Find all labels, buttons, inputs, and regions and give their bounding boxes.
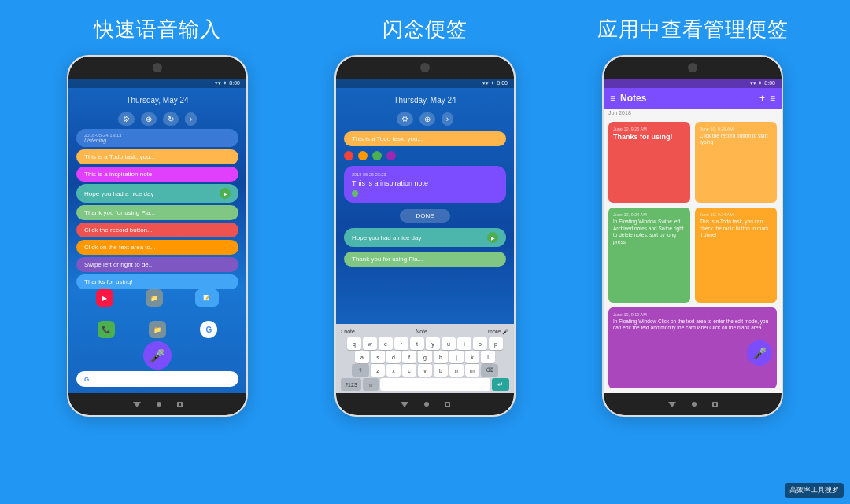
key-p[interactable]: p — [489, 337, 503, 350]
key-l[interactable]: l — [481, 351, 495, 363]
note-card-2[interactable]: June 10, 9:26 AM Click the record button… — [695, 122, 777, 203]
add-note-icon[interactable]: + — [759, 93, 765, 104]
notes-toolbar: ≡ Notes + ≡ — [604, 88, 782, 109]
qs-refresh[interactable]: ↻ — [163, 112, 179, 126]
color-dot-green[interactable] — [372, 151, 382, 160]
kb-suggest-3[interactable]: more 🎤 — [488, 329, 509, 335]
kb-suggestions: › note Note more 🎤 — [338, 327, 512, 337]
qs2-arrow[interactable]: › — [442, 112, 453, 126]
app-notes-icon[interactable]: 📝 — [195, 289, 219, 307]
phone3: ▾▾ ✦ 8:00 ≡ Notes + ≡ Jun 2018 June 10, … — [602, 55, 783, 417]
note-card-5-date: June 10, 9:19 AM — [613, 312, 772, 317]
dock-google[interactable]: G — [200, 321, 217, 338]
key-num[interactable]: ?123 — [341, 378, 361, 391]
app-files[interactable]: 📁 — [146, 289, 163, 307]
note-card-1-date: June 10, 9:26 AM — [613, 127, 686, 131]
key-r[interactable]: r — [394, 337, 408, 350]
key-g[interactable]: g — [418, 351, 432, 363]
qs-add[interactable]: ⊕ — [141, 112, 157, 126]
key-s[interactable]: s — [371, 351, 385, 363]
key-f[interactable]: f — [402, 351, 416, 363]
recent-btn-2[interactable] — [445, 402, 450, 407]
key-e[interactable]: e — [379, 337, 393, 350]
key-j[interactable]: j — [449, 351, 464, 363]
color-dot-red[interactable] — [344, 151, 353, 160]
key-k[interactable]: k — [465, 351, 479, 363]
dock-files2[interactable]: 📁 — [149, 321, 166, 338]
section2-title: 闪念便签 — [382, 16, 468, 43]
kb-suggest-2[interactable]: Note — [416, 329, 427, 335]
key-u[interactable]: u — [442, 337, 456, 350]
key-z[interactable]: z — [371, 364, 385, 377]
key-shift[interactable]: ⇧ — [352, 364, 369, 377]
note-item-8: Thanks for using! — [76, 274, 238, 289]
note-card-2-text: Click the record button to start typing — [700, 133, 772, 146]
status-dot — [352, 190, 358, 197]
status-bar-2: ▾▾ ✦ 8:00 — [336, 79, 514, 88]
note-item-p2-1: Hope you had a nice day ▶ — [344, 228, 506, 247]
qs-settings[interactable]: ⚙ — [118, 112, 135, 126]
section-flash-note: 闪念便签 ▾▾ ✦ 8:00 Thursday, May 24 ⚙ ⊕ › — [291, 16, 559, 496]
note-card-4[interactable]: June 10, 9:24 AM This is a Todo task, yo… — [695, 208, 777, 302]
key-d[interactable]: d — [386, 351, 401, 363]
recent-btn-3[interactable] — [712, 402, 718, 407]
dock-phone[interactable]: 📞 — [98, 321, 115, 338]
key-w[interactable]: w — [363, 337, 377, 350]
key-b[interactable]: b — [434, 364, 448, 377]
back-btn-3[interactable] — [668, 402, 676, 407]
key-a[interactable]: a — [355, 351, 369, 363]
phone3-screen: ▾▾ ✦ 8:00 ≡ Notes + ≡ Jun 2018 June 10, … — [604, 79, 782, 393]
color-dots-row — [344, 151, 506, 160]
phone2-screen: ▾▾ ✦ 8:00 Thursday, May 24 ⚙ ⊕ › This is… — [336, 79, 514, 393]
play-btn-2[interactable]: ▶ — [487, 232, 498, 243]
key-c[interactable]: c — [402, 364, 416, 377]
note-card-3[interactable]: June 10, 9:24 AM In Floating Window Swip… — [608, 208, 690, 302]
key-q[interactable]: q — [347, 337, 361, 350]
filter-icon[interactable]: ≡ — [770, 93, 775, 104]
notes-date-label: Jun 2018 — [604, 109, 782, 117]
back-btn-1[interactable] — [133, 402, 141, 407]
home-btn-3[interactable] — [692, 402, 697, 407]
note-card-1[interactable]: June 10, 9:26 AM Thanks for using! — [608, 122, 690, 203]
home-btn-1[interactable] — [157, 402, 161, 407]
key-m[interactable]: m — [465, 364, 479, 377]
home-btn-2[interactable] — [424, 402, 429, 407]
mic-fab-notes[interactable]: 🎤 — [747, 340, 772, 366]
key-enter[interactable]: ↵ — [492, 378, 509, 391]
phone1-screen: ▾▾ ✦ 8:00 Thursday, May 24 ⚙ ⊕ ↻ › 2018-… — [68, 79, 246, 393]
google-bar[interactable]: G — [76, 371, 238, 387]
key-o[interactable]: o — [473, 337, 487, 350]
key-del[interactable]: ⌫ — [481, 364, 498, 377]
section-notes-app: 应用中查看管理便签 ▾▾ ✦ 8:00 ≡ Notes + ≡ — [559, 16, 826, 496]
key-v[interactable]: v — [418, 364, 432, 377]
color-dot-orange[interactable] — [358, 151, 368, 160]
quick-settings-1: ⚙ ⊕ ↻ › — [68, 112, 246, 126]
back-btn-2[interactable] — [401, 402, 408, 407]
done-button[interactable]: DONE — [400, 209, 449, 223]
phone1-bottom — [68, 393, 246, 415]
key-y[interactable]: y — [426, 337, 440, 350]
top-note-2: This is a Todo task, you... — [344, 131, 506, 146]
play-btn-1[interactable]: ▶ — [220, 188, 231, 199]
qs-arrow[interactable]: › — [185, 112, 197, 126]
key-t[interactable]: t — [410, 337, 424, 350]
mic-fab-1[interactable]: 🎤 — [143, 341, 172, 370]
key-h[interactable]: h — [434, 351, 448, 363]
key-n[interactable]: n — [449, 364, 464, 377]
key-x[interactable]: x — [386, 364, 401, 377]
qs2-settings[interactable]: ⚙ — [397, 112, 413, 126]
key-i[interactable]: i — [457, 337, 471, 350]
note-card-4-text: This is a Todo task, you can check the r… — [700, 219, 772, 238]
menu-icon[interactable]: ≡ — [610, 93, 615, 104]
qs2-add[interactable]: ⊕ — [419, 112, 435, 126]
kb-suggest-1[interactable]: › note — [341, 329, 355, 335]
phone2: ▾▾ ✦ 8:00 Thursday, May 24 ⚙ ⊕ › This is… — [334, 55, 516, 417]
color-dot-purple[interactable] — [386, 151, 396, 160]
phone2-bottom — [336, 393, 514, 415]
recent-btn-1[interactable] — [177, 402, 183, 407]
app-youtube[interactable]: ▶ — [96, 289, 113, 307]
phone3-top — [604, 57, 782, 79]
phone1-camera — [153, 63, 162, 72]
key-emoji[interactable]: ☺ — [363, 378, 379, 391]
key-space[interactable] — [380, 378, 490, 391]
